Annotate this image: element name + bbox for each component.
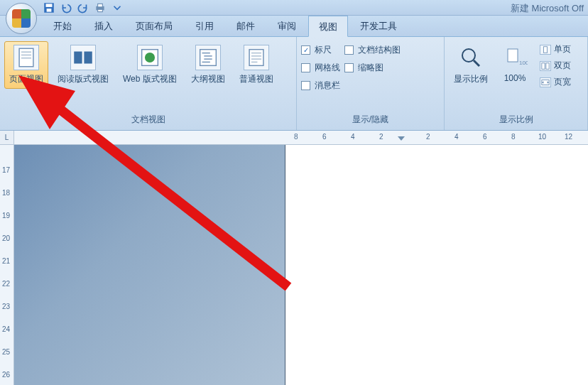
doc-map-checkbox-label: 文档结构图 xyxy=(358,44,401,56)
svg-rect-1 xyxy=(46,4,53,7)
ruler-v-num: 18 xyxy=(2,189,10,197)
window-title: 新建 Microsoft Off xyxy=(511,2,584,15)
svg-rect-9 xyxy=(21,58,31,58)
print-layout-icon xyxy=(13,45,39,70)
outline-label: 大纲视图 xyxy=(191,73,225,85)
message-bar-checkbox-label: 消息栏 xyxy=(315,80,340,92)
svg-text:100: 100 xyxy=(519,60,528,66)
group-label-document-views: 文档视图 xyxy=(0,111,296,130)
ruler-v-num: 22 xyxy=(2,280,10,288)
page-width-icon xyxy=(540,77,551,87)
document-page[interactable] xyxy=(285,145,588,385)
one-page-icon xyxy=(540,45,551,55)
tab-insert[interactable]: 插入 xyxy=(84,15,124,36)
hundred-percent-label: 100% xyxy=(504,73,526,83)
tab-review[interactable]: 审阅 xyxy=(267,15,307,36)
outline-icon xyxy=(195,45,221,70)
ruler-v-num: 17 xyxy=(2,166,10,174)
svg-rect-28 xyxy=(543,46,547,53)
full-screen-reading-icon xyxy=(70,45,96,70)
ruler-h-num: 2 xyxy=(426,133,430,141)
ruler-corner[interactable]: L xyxy=(0,131,14,145)
svg-line-25 xyxy=(474,60,479,66)
one-page-button[interactable]: 单页 xyxy=(537,43,574,56)
svg-rect-20 xyxy=(251,53,261,53)
indent-marker-icon[interactable] xyxy=(398,136,405,141)
page-width-button[interactable]: 页宽 xyxy=(537,75,574,89)
two-pages-label: 双页 xyxy=(554,60,571,72)
horizontal-ruler[interactable]: 8 6 4 2 2 4 6 8 10 12 14 xyxy=(14,131,588,145)
svg-rect-17 xyxy=(204,58,212,59)
draft-label: 普通视图 xyxy=(239,73,273,85)
print-icon[interactable] xyxy=(94,1,107,14)
vertical-ruler[interactable]: 17 18 19 20 21 22 23 24 25 26 xyxy=(0,145,14,385)
message-bar-checkbox[interactable]: 消息栏 xyxy=(301,80,340,92)
ruler-h-num: 12 xyxy=(565,133,572,141)
hundred-percent-icon: 100 xyxy=(502,45,528,70)
undo-icon[interactable] xyxy=(60,1,72,14)
navigation-pane[interactable] xyxy=(14,145,285,385)
thumbnails-checkbox[interactable]: 缩略图 xyxy=(344,62,401,74)
group-label-zoom: 显示比例 xyxy=(445,111,587,130)
draft-button[interactable]: 普通视图 xyxy=(234,41,278,89)
hundred-percent-button[interactable]: 100 100% xyxy=(497,41,533,87)
tab-view[interactable]: 视图 xyxy=(308,16,348,37)
web-layout-button[interactable]: Web 版式视图 xyxy=(118,41,182,89)
ruler-v-num: 24 xyxy=(2,325,10,333)
ruler-h-num: 2 xyxy=(379,133,383,141)
svg-rect-30 xyxy=(546,63,549,69)
qat-more-icon[interactable] xyxy=(111,1,124,14)
tab-references[interactable]: 引用 xyxy=(185,15,224,36)
ruler-v-num: 26 xyxy=(2,371,10,379)
print-layout-label: 页面视图 xyxy=(9,73,43,85)
svg-rect-26 xyxy=(508,49,518,62)
ruler-h-num: 6 xyxy=(483,133,487,141)
redo-icon[interactable] xyxy=(77,1,89,14)
full-screen-reading-label: 阅读版式视图 xyxy=(58,73,109,85)
gridlines-checkbox[interactable]: 网格线 xyxy=(301,62,340,74)
svg-rect-4 xyxy=(98,4,103,7)
zoom-icon xyxy=(458,45,484,70)
svg-rect-16 xyxy=(204,55,212,56)
svg-rect-11 xyxy=(84,52,92,64)
svg-rect-21 xyxy=(251,55,261,56)
doc-map-checkbox[interactable]: 文档结构图 xyxy=(344,44,401,56)
svg-rect-22 xyxy=(251,58,261,59)
ruler-v-num: 20 xyxy=(2,234,10,242)
tab-mailings[interactable]: 邮件 xyxy=(226,15,266,36)
outline-button[interactable]: 大纲视图 xyxy=(186,41,230,89)
ruler-h-num: 8 xyxy=(294,133,298,141)
tab-page-layout[interactable]: 页面布局 xyxy=(125,15,183,36)
ruler-checkbox[interactable]: ✓标尺 xyxy=(301,44,340,56)
svg-rect-8 xyxy=(21,55,31,55)
group-label-show-hide: 显示/隐藏 xyxy=(297,111,444,130)
page-width-label: 页宽 xyxy=(554,76,571,88)
one-page-label: 单页 xyxy=(554,43,571,55)
zoom-button[interactable]: 显示比例 xyxy=(449,41,493,89)
office-button[interactable] xyxy=(6,3,37,34)
ruler-v-num: 21 xyxy=(2,257,10,265)
svg-rect-14 xyxy=(200,50,216,66)
ruler-v-num: 19 xyxy=(2,212,10,219)
tab-start[interactable]: 开始 xyxy=(43,15,82,36)
draft-icon xyxy=(244,45,269,70)
svg-rect-5 xyxy=(98,9,103,11)
print-layout-button[interactable]: 页面视图 xyxy=(4,41,48,89)
ruler-h-num: 8 xyxy=(511,133,516,141)
svg-rect-29 xyxy=(542,63,545,69)
group-zoom: 显示比例 100 100% 单页 双页 页宽 显示比例 xyxy=(445,37,588,130)
ruler-checkbox-label: 标尺 xyxy=(315,44,332,56)
svg-point-13 xyxy=(145,53,155,63)
ruler-h-num: 10 xyxy=(538,133,546,141)
ruler-h-num: 4 xyxy=(454,133,459,141)
quick-access-toolbar xyxy=(43,1,124,14)
svg-rect-23 xyxy=(251,62,258,63)
group-show-hide: ✓标尺 网格线 消息栏 文档结构图 缩略图 显示/隐藏 xyxy=(297,37,445,130)
two-pages-button[interactable]: 双页 xyxy=(537,59,574,72)
svg-rect-7 xyxy=(21,52,31,53)
save-icon[interactable] xyxy=(43,1,55,14)
svg-rect-19 xyxy=(249,50,263,66)
ruler-v-num: 25 xyxy=(2,348,10,356)
tab-developer[interactable]: 开发工具 xyxy=(349,15,408,36)
full-screen-reading-button[interactable]: 阅读版式视图 xyxy=(53,41,114,89)
